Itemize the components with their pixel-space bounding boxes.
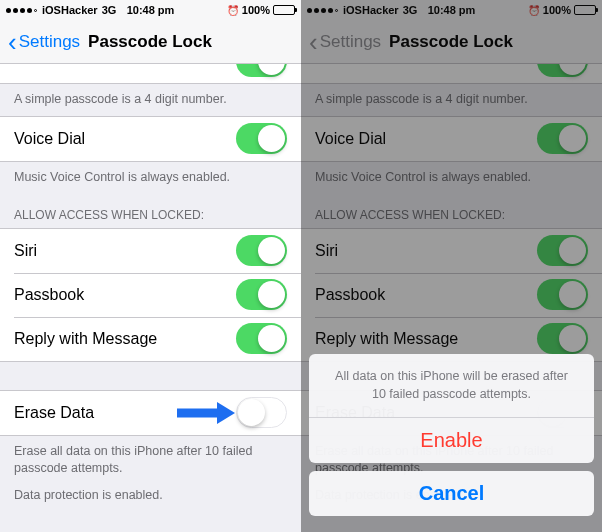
arrow-annotation-icon	[175, 400, 237, 426]
enable-button[interactable]: Enable	[309, 418, 594, 463]
back-button[interactable]: ‹ Settings	[8, 29, 80, 55]
erase-data-toggle[interactable]	[236, 397, 287, 428]
erase-note: Erase all data on this iPhone after 10 f…	[0, 436, 301, 485]
passbook-label: Passbook	[14, 286, 84, 304]
chevron-left-icon: ‹	[8, 29, 17, 55]
siri-toggle[interactable]	[236, 235, 287, 266]
cancel-button[interactable]: Cancel	[309, 471, 594, 516]
screen-right: iOSHacker 3G 10:48 pm ⏰ 100% ‹ Settings …	[301, 0, 602, 532]
status-bar: iOSHacker 3G 10:48 pm ⏰ 100%	[0, 0, 301, 20]
page-title: Passcode Lock	[88, 32, 212, 52]
simple-passcode-toggle[interactable]	[236, 64, 287, 77]
action-sheet-message: All data on this iPhone will be erased a…	[309, 354, 594, 418]
passbook-toggle[interactable]	[236, 279, 287, 310]
reply-row: Reply with Message	[0, 317, 301, 361]
nav-bar: ‹ Settings Passcode Lock	[0, 20, 301, 64]
voice-dial-toggle[interactable]	[236, 123, 287, 154]
voice-dial-row: Voice Dial	[0, 117, 301, 161]
action-sheet: All data on this iPhone will be erased a…	[309, 354, 594, 524]
settings-content: A simple passcode is a 4 digit number. V…	[0, 64, 301, 532]
network-label: 3G	[102, 4, 117, 16]
erase-data-row: Erase Data	[0, 391, 301, 435]
protection-note: Data protection is enabled.	[0, 485, 301, 512]
simple-passcode-row-peek	[0, 64, 301, 84]
carrier-label: iOSHacker	[42, 4, 98, 16]
reply-label: Reply with Message	[14, 330, 157, 348]
passbook-row: Passbook	[0, 273, 301, 317]
voice-dial-label: Voice Dial	[14, 130, 85, 148]
screen-left: iOSHacker 3G 10:48 pm ⏰ 100% ‹ Settings …	[0, 0, 301, 532]
erase-data-label: Erase Data	[14, 404, 94, 422]
back-label: Settings	[19, 32, 80, 52]
signal-dots-icon	[6, 8, 37, 13]
battery-percent: 100%	[242, 4, 270, 16]
battery-icon	[273, 5, 295, 15]
simple-passcode-note: A simple passcode is a 4 digit number.	[0, 84, 301, 116]
voice-note: Music Voice Control is always enabled.	[0, 162, 301, 194]
alarm-icon: ⏰	[227, 5, 239, 16]
siri-row: Siri	[0, 229, 301, 273]
siri-label: Siri	[14, 242, 37, 260]
reply-toggle[interactable]	[236, 323, 287, 354]
clock-label: 10:48 pm	[127, 4, 175, 16]
allow-access-header: ALLOW ACCESS WHEN LOCKED:	[0, 194, 301, 228]
